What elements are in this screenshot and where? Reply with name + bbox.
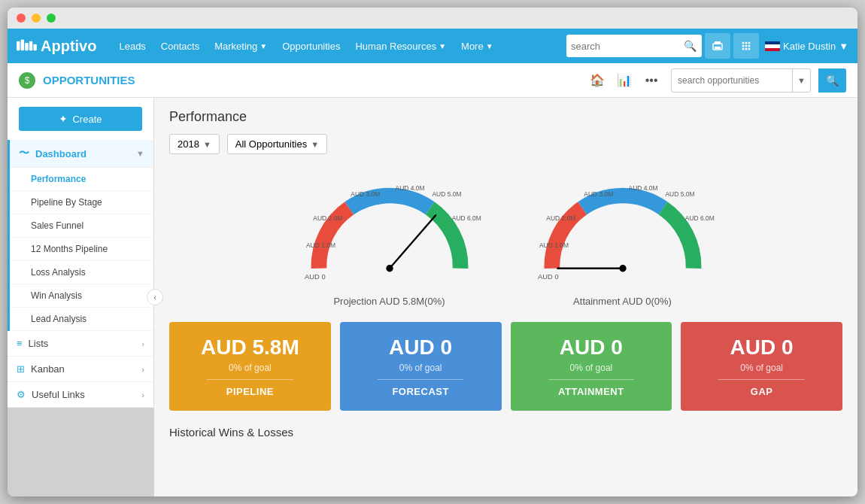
gauge-attainment: AUD 0 AUD 1.0M AUD 2.0M AUD 3.0M AUD 4.0…: [517, 169, 728, 307]
gap-goal: 0% of goal: [740, 363, 783, 373]
minimize-button[interactable]: [32, 14, 41, 23]
opp-filter-arrow: ▼: [311, 140, 319, 149]
sidebar-useful-links[interactable]: ⚙ Useful Links ›: [8, 382, 153, 408]
attainment-goal: 0% of goal: [570, 363, 613, 373]
nav-more[interactable]: More ▼: [454, 29, 501, 63]
global-search-input[interactable]: [571, 41, 684, 52]
lists-chevron: ›: [141, 339, 144, 348]
create-button[interactable]: ✦ Create: [19, 107, 142, 131]
pipeline-divider: [207, 379, 293, 380]
gap-value: AUD 0: [730, 335, 794, 360]
metric-gap: AUD 0 0% of goal GAP: [681, 322, 842, 411]
sidebar: ✦ Create 〜 Dashboard ▼ Performance Pipel…: [8, 98, 154, 408]
close-button[interactable]: [17, 14, 26, 23]
dashboard-label: Dashboard: [35, 148, 86, 159]
year-filter[interactable]: 2018 ▼: [169, 134, 220, 154]
plus-icon: ✦: [59, 113, 68, 125]
svg-text:AUD 6.0M: AUD 6.0M: [684, 214, 714, 222]
chart-view-btn[interactable]: 📊: [612, 68, 636, 93]
svg-point-10: [748, 42, 751, 44]
sidebar-12months[interactable]: 12 Months Pipeline: [10, 238, 153, 261]
gap-name: GAP: [751, 386, 773, 397]
second-bar: $ OPPORTUNITIES 🏠 📊 ••• ▼ 🔍: [8, 63, 857, 98]
forecast-name: FORECAST: [392, 386, 449, 397]
view-icons: 🏠 📊 •••: [585, 68, 663, 93]
more-view-btn[interactable]: •••: [639, 68, 663, 93]
svg-text:AUD 4.0M: AUD 4.0M: [628, 184, 657, 192]
metric-attainment: AUD 0 0% of goal ATTAINMENT: [511, 322, 672, 411]
nav-leads[interactable]: Leads: [111, 29, 153, 63]
nav-icon-print[interactable]: [705, 33, 730, 59]
global-search[interactable]: 🔍: [566, 35, 702, 57]
metric-cards: AUD 5.8M 0% of goal PIPELINE AUD 0 0% of…: [169, 322, 842, 411]
user-flag: [765, 41, 780, 51]
nav-hr[interactable]: Human Resources ▼: [348, 29, 454, 63]
svg-text:AUD 1.0M: AUD 1.0M: [539, 241, 568, 249]
kanban-chevron: ›: [141, 365, 144, 374]
sidebar-loss-analysis[interactable]: Loss Analysis: [10, 261, 153, 284]
maximize-button[interactable]: [47, 14, 56, 23]
metric-pipeline: AUD 5.8M 0% of goal PIPELINE: [169, 322, 331, 411]
sidebar-pipeline-stage[interactable]: Pipeline By Stage: [10, 191, 153, 214]
svg-rect-2: [25, 43, 28, 50]
nav-opportunities[interactable]: Opportunities: [275, 29, 348, 63]
nav-contacts[interactable]: Contacts: [153, 29, 207, 63]
link-icon: ⚙: [17, 389, 26, 400]
forecast-goal: 0% of goal: [399, 363, 442, 373]
attainment-name: ATTAINMENT: [558, 386, 624, 397]
performance-title: Performance: [169, 109, 842, 125]
opp-filter[interactable]: All Opportunities ▼: [227, 134, 327, 154]
create-label: Create: [72, 114, 102, 125]
svg-rect-4: [33, 44, 36, 50]
svg-text:AUD 6.0M: AUD 6.0M: [451, 214, 481, 222]
gauge1-label: Projection AUD 5.8M(0%): [333, 296, 445, 307]
svg-text:AUD 5.0M: AUD 5.0M: [665, 190, 694, 198]
attainment-value: AUD 0: [560, 335, 623, 360]
dashboard-chevron: ▼: [136, 149, 144, 158]
svg-rect-3: [29, 41, 32, 50]
content-area: Performance 2018 ▼ All Opportunities ▼: [154, 98, 857, 496]
logo-text: Apptivo: [41, 38, 96, 55]
main: ✦ Create 〜 Dashboard ▼ Performance Pipel…: [8, 98, 857, 496]
kanban-icon: ⊞: [17, 363, 25, 375]
sidebar-sales-funnel[interactable]: Sales Funnel: [10, 214, 153, 238]
useful-links-chevron: ›: [141, 390, 144, 399]
sidebar-kanban[interactable]: ⊞ Kanban ›: [8, 357, 153, 382]
home-view-btn[interactable]: 🏠: [585, 68, 609, 93]
svg-point-11: [742, 45, 745, 47]
metric-forecast: AUD 0 0% of goal FORECAST: [340, 322, 502, 411]
svg-point-16: [748, 48, 751, 50]
title-bar: [8, 8, 857, 29]
opp-search-dropdown[interactable]: ▼: [792, 69, 810, 92]
nav-marketing[interactable]: Marketing ▼: [207, 29, 275, 63]
opp-search-button[interactable]: 🔍: [818, 68, 846, 93]
pipeline-value: AUD 5.8M: [201, 335, 299, 360]
money-icon: $: [19, 72, 35, 89]
logo[interactable]: Apptivo: [17, 37, 96, 55]
opp-search[interactable]: ▼: [671, 68, 811, 93]
svg-text:AUD 0: AUD 0: [538, 272, 559, 281]
nav-icon-apps[interactable]: [733, 33, 759, 59]
sidebar-lists[interactable]: ≡ Lists ›: [8, 331, 153, 357]
user-menu[interactable]: Katie Dustin ▼: [765, 41, 848, 52]
svg-rect-7: [715, 47, 721, 49]
svg-text:AUD 3.0M: AUD 3.0M: [351, 190, 380, 198]
svg-text:AUD 3.0M: AUD 3.0M: [584, 190, 613, 198]
sidebar-win-analysis[interactable]: Win Analysis: [10, 284, 153, 308]
opp-search-input[interactable]: [672, 75, 792, 86]
svg-point-18: [386, 265, 393, 272]
sidebar-collapse-btn[interactable]: ‹: [147, 289, 163, 305]
pipeline-goal: 0% of goal: [229, 363, 272, 373]
svg-point-14: [742, 48, 745, 50]
svg-line-17: [390, 215, 436, 269]
sidebar-dashboard[interactable]: 〜 Dashboard ▼: [10, 140, 153, 168]
svg-rect-6: [715, 41, 721, 44]
svg-text:AUD 5.0M: AUD 5.0M: [432, 190, 461, 198]
sidebar-lead-analysis[interactable]: Lead Analysis: [10, 308, 153, 331]
user-name: Katie Dustin: [783, 41, 836, 52]
svg-text:AUD 4.0M: AUD 4.0M: [395, 184, 424, 192]
sidebar-performance[interactable]: Performance: [10, 168, 153, 191]
svg-text:AUD 0: AUD 0: [305, 272, 326, 281]
hr-arrow: ▼: [439, 42, 446, 50]
list-icon: ≡: [17, 338, 23, 349]
